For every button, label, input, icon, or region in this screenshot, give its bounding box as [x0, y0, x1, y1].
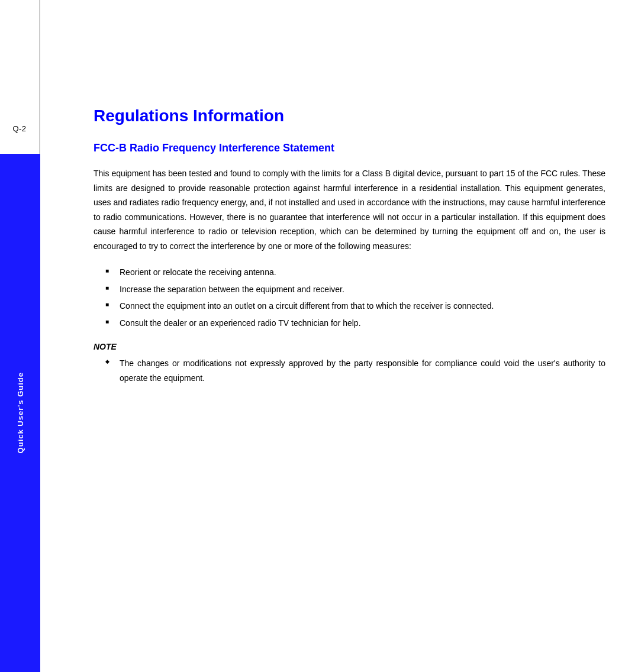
list-item: Connect the equipment into an outlet on … [105, 299, 605, 314]
sidebar-label-container: Quick User's Guide [0, 154, 40, 672]
list-item: Increase the separation between the equi… [105, 282, 605, 297]
page-number: Q-2 [12, 124, 26, 133]
page-title: Regulations Information [94, 106, 605, 125]
main-content: Regulations Information FCC-B Radio Freq… [40, 0, 638, 672]
list-item: The changes or modifications not express… [105, 356, 605, 385]
section1-heading: FCC-B Radio Frequency Interference State… [94, 142, 605, 154]
left-sidebar: Q-2 Quick User's Guide [0, 0, 40, 672]
section1-body: This equipment has been tested and found… [94, 166, 605, 253]
bullet-list: Reorient or relocate the receiving anten… [105, 265, 605, 330]
list-item: Consult the dealer or an experienced rad… [105, 316, 605, 331]
list-item: Reorient or relocate the receiving anten… [105, 265, 605, 280]
note-list: The changes or modifications not express… [105, 356, 605, 385]
sidebar-vertical-label: Quick User's Guide [16, 372, 25, 453]
note-heading: NOTE [94, 342, 605, 351]
